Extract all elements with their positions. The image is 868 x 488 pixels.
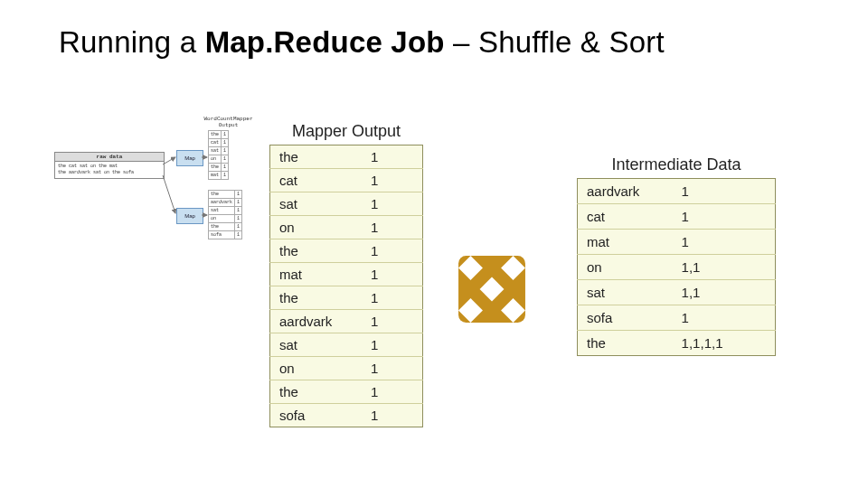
- cell: 1: [222, 155, 229, 164]
- cell: 1: [235, 223, 242, 231]
- cell: 1: [222, 147, 229, 155]
- cell: the: [270, 286, 362, 310]
- map-box-1: Map: [176, 150, 203, 166]
- inter-row: sofa1: [578, 305, 776, 331]
- cell: sat: [270, 192, 362, 216]
- cell: the: [209, 191, 235, 199]
- mini-row: the1: [209, 164, 229, 172]
- mapper-row: on1: [270, 357, 423, 380]
- mapper-row: sat1: [270, 333, 423, 357]
- mapper-row: the1: [270, 145, 423, 169]
- slide-title: Running a Map.Reduce Job – Shuffle & Sor…: [59, 25, 665, 60]
- mini-table-2: the1aardvark1sat1on1the1sofa1: [208, 190, 242, 239]
- cell: sat: [578, 280, 673, 305]
- inter-row: the1,1,1,1: [578, 331, 776, 356]
- raw-data-box: raw data the cat sat on the mat the aard…: [54, 152, 165, 179]
- svg-line-1: [163, 175, 175, 213]
- intermediate-data-title: Intermediate Data: [577, 155, 776, 174]
- mini-row: on1: [209, 155, 229, 164]
- mini-row: sofa1: [209, 231, 242, 239]
- cell: 1: [362, 145, 423, 169]
- shuffle-sort-icon: [454, 251, 530, 327]
- cell: aardvark: [578, 179, 673, 204]
- title-bold: Map.Reduce Job: [205, 25, 453, 59]
- cell: 1: [235, 199, 242, 207]
- cell: sat: [209, 207, 235, 215]
- cell: on: [578, 255, 673, 280]
- map-box-2: Map: [176, 208, 203, 224]
- mini-row: aardvark1: [209, 199, 242, 207]
- mini-row: sat1: [209, 147, 229, 155]
- cell: 1: [362, 357, 423, 380]
- mini-diagram: WordCountMapper Output raw data the cat …: [54, 119, 258, 264]
- inter-row: mat1: [578, 230, 776, 255]
- cell: 1: [362, 263, 423, 286]
- cell: 1: [362, 286, 423, 310]
- cell: the: [578, 331, 673, 356]
- cell: the: [209, 131, 222, 139]
- mini-row: the1: [209, 223, 242, 231]
- cell: cat: [209, 139, 222, 147]
- cell: 1: [362, 192, 423, 216]
- inter-row: sat1,1: [578, 280, 776, 305]
- cell: on: [270, 357, 362, 380]
- cell: mat: [578, 230, 673, 255]
- mapper-row: aardvark1: [270, 310, 423, 333]
- cell: mat: [270, 263, 362, 286]
- cell: 1: [222, 172, 229, 180]
- mapper-row: on1: [270, 216, 423, 239]
- cell: 1: [362, 169, 423, 192]
- cell: sofa: [270, 404, 362, 427]
- cell: the: [209, 223, 235, 231]
- intermediate-data-table: aardvark1cat1mat1on1,1sat1,1sofa1the1,1,…: [577, 178, 776, 356]
- cell: 1: [222, 139, 229, 147]
- mapper-output-table: the1cat1sat1on1the1mat1the1aardvark1sat1…: [269, 145, 423, 427]
- cell: 1: [673, 179, 776, 204]
- mapper-row: sat1: [270, 192, 423, 216]
- cell: 1: [362, 239, 423, 263]
- cell: 1: [362, 404, 423, 427]
- cell: 1: [235, 191, 242, 199]
- inter-row: on1,1: [578, 255, 776, 280]
- mapper-row: cat1: [270, 169, 423, 192]
- cell: the: [270, 145, 362, 169]
- cell: aardvark: [209, 199, 235, 207]
- cell: 1: [235, 231, 242, 239]
- cell: 1,1: [673, 255, 776, 280]
- title-pre: Running a: [59, 25, 205, 59]
- cell: aardvark: [270, 310, 362, 333]
- cell: mat: [209, 172, 222, 180]
- cell: on: [209, 155, 222, 164]
- cell: sat: [270, 333, 362, 357]
- raw-data-text: the cat sat on the mat the aardvark sat …: [55, 162, 164, 178]
- raw-data-header: raw data: [55, 153, 164, 162]
- mini-row: sat1: [209, 207, 242, 215]
- cell: 1: [673, 230, 776, 255]
- mapper-row: the1: [270, 239, 423, 263]
- inter-row: cat1: [578, 204, 776, 230]
- intermediate-data-panel: Intermediate Data aardvark1cat1mat1on1,1…: [577, 155, 776, 356]
- cell: the: [270, 380, 362, 404]
- mapper-row: the1: [270, 380, 423, 404]
- svg-line-0: [163, 157, 175, 164]
- cell: cat: [270, 169, 362, 192]
- cell: cat: [578, 204, 673, 230]
- cell: sofa: [209, 231, 235, 239]
- cell: 1,1,1,1: [673, 331, 776, 356]
- mapper-row: the1: [270, 286, 423, 310]
- cell: on: [270, 216, 362, 239]
- mini-row: mat1: [209, 172, 229, 180]
- mini-row: the1: [209, 191, 242, 199]
- mini-output-header: WordCountMapper Output: [203, 116, 253, 128]
- mini-row: cat1: [209, 139, 229, 147]
- cell: 1: [362, 333, 423, 357]
- cell: 1: [222, 131, 229, 139]
- cell: 1: [235, 207, 242, 215]
- inter-row: aardvark1: [578, 179, 776, 204]
- cell: 1: [673, 305, 776, 331]
- cell: 1: [222, 164, 229, 172]
- cell: 1,1: [673, 280, 776, 305]
- cell: 1: [362, 216, 423, 239]
- mapper-row: sofa1: [270, 404, 423, 427]
- title-post: – Shuffle & Sort: [453, 25, 665, 59]
